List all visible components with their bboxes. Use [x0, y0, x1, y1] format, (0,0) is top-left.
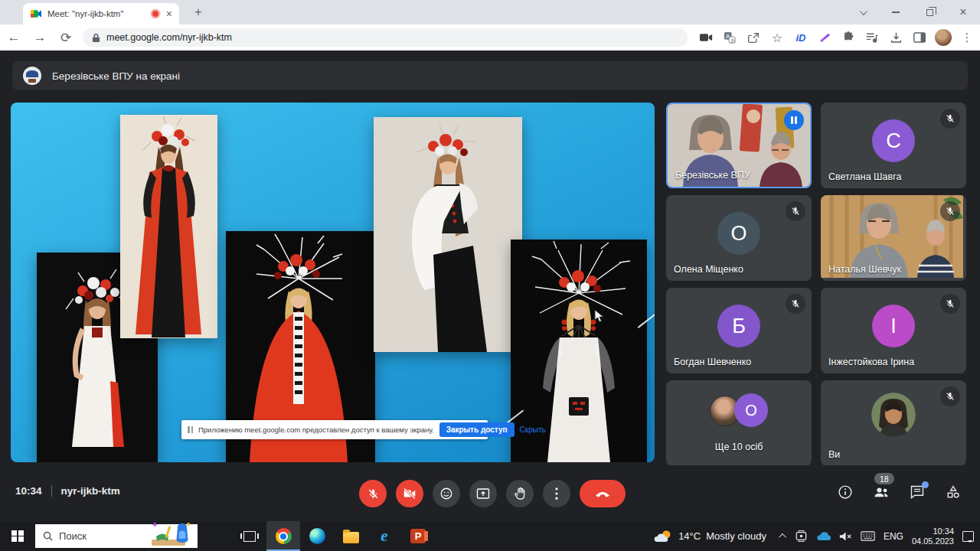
mic-muted-icon — [786, 201, 805, 221]
presentation-photo-4 — [374, 117, 522, 352]
forward-button[interactable]: → — [32, 30, 47, 45]
mic-muted-icon — [940, 386, 960, 406]
side-panel-icon[interactable] — [911, 29, 928, 46]
participant-name: Олена Міщенко — [674, 264, 743, 275]
present-screen-button[interactable] — [469, 480, 497, 507]
close-window-button[interactable]: × — [946, 0, 980, 24]
extension-id-icon[interactable]: iD — [792, 29, 809, 46]
participant-tile-svetlana[interactable]: С Светлана Шавга — [821, 103, 966, 188]
tab-close-icon[interactable]: × — [166, 8, 172, 19]
taskbar-weather-widget[interactable]: 14°C Mostly cloudy — [653, 529, 766, 544]
profile-avatar[interactable] — [935, 29, 952, 46]
tab-search-icon[interactable] — [845, 0, 879, 24]
bookmark-star-icon[interactable]: ☆ — [769, 29, 786, 46]
url-text: meet.google.com/nyr-ijkb-ktm — [106, 32, 232, 43]
translate-icon[interactable]: Aあ — [721, 29, 738, 46]
restore-button[interactable] — [913, 0, 946, 24]
mic-muted-icon — [940, 109, 960, 129]
mic-muted-icon — [786, 294, 805, 314]
weather-temp: 14°C — [678, 530, 701, 542]
taskbar-powerpoint-icon[interactable]: P — [401, 521, 435, 551]
action-center-icon[interactable] — [962, 531, 974, 542]
meet-favicon — [30, 8, 42, 20]
search-icon — [43, 531, 53, 541]
reactions-button[interactable] — [433, 480, 460, 507]
presenter-logo-avatar — [23, 67, 41, 85]
mic-toggle-button[interactable] — [359, 480, 387, 507]
onedrive-icon[interactable] — [816, 531, 831, 541]
stop-sharing-button[interactable]: Закрыть доступ — [439, 422, 514, 437]
touch-keyboard-icon[interactable] — [861, 531, 875, 541]
taskbar-clock[interactable]: 10:34 04.05.2023 — [912, 527, 954, 546]
start-button[interactable] — [0, 521, 35, 551]
divider — [51, 485, 52, 497]
presenting-banner: Березівське ВПУ на екрані — [12, 61, 968, 90]
participant-tile-self[interactable]: Ви — [821, 380, 966, 466]
weather-condition: Mostly cloudy — [706, 530, 766, 542]
chat-notification-dot — [922, 481, 929, 488]
share-icon[interactable] — [745, 29, 762, 46]
back-button[interactable]: ← — [6, 30, 21, 45]
screen-share-notice: Приложению meet.google.com предоставлен … — [181, 420, 488, 439]
screen-record-tray-icon[interactable] — [795, 530, 808, 542]
taskbar-file-explorer-icon[interactable] — [334, 521, 368, 551]
participant-tile-natalya[interactable]: Наталья Шевчук — [821, 195, 966, 281]
hide-notice-link[interactable]: Скрыть — [520, 425, 546, 434]
presenting-audio-indicator — [784, 110, 804, 130]
tray-overflow-chevron-icon[interactable] — [779, 533, 786, 541]
chat-panel-icon[interactable] — [909, 484, 926, 500]
svg-text:あ: あ — [730, 37, 736, 44]
clock-date: 04.05.2023 — [912, 536, 954, 546]
self-avatar — [871, 393, 916, 437]
participant-name: Светлана Шавга — [828, 171, 901, 182]
meeting-details-info-icon[interactable] — [837, 484, 854, 500]
overflow-avatars: О — [710, 396, 768, 427]
presenting-banner-text: Березівське ВПУ на екрані — [52, 70, 180, 82]
participant-name: Богдан Шевченко — [674, 357, 751, 367]
participant-name: Ви — [828, 449, 840, 460]
activities-icon[interactable] — [945, 484, 962, 500]
task-view-button[interactable] — [233, 521, 266, 551]
taskbar-edge-icon[interactable] — [300, 521, 334, 551]
end-call-button[interactable] — [580, 480, 626, 507]
participant-name: Ще 10 осіб — [666, 442, 812, 452]
tab-camera-indicator-icon[interactable] — [697, 29, 714, 46]
playlist-icon[interactable] — [864, 29, 880, 46]
extensions-puzzle-icon[interactable] — [840, 29, 857, 46]
camera-toggle-button[interactable] — [396, 480, 423, 507]
participant-tile-olena[interactable]: О Олена Міщенко — [666, 195, 812, 281]
address-bar[interactable]: meet.google.com/nyr-ijkb-ktm — [83, 28, 688, 47]
shared-screen-stage: Приложению meet.google.com предоставлен … — [11, 103, 655, 462]
taskbar-chrome-icon[interactable] — [266, 521, 300, 551]
participant-tile-bogdan[interactable]: Б Богдан Шевченко — [666, 288, 812, 373]
downloads-icon[interactable] — [887, 29, 904, 46]
new-tab-button[interactable]: + — [190, 4, 207, 21]
minimize-button[interactable] — [879, 0, 913, 24]
windows-logo-icon — [11, 530, 24, 543]
share-notice-text: Приложению meet.google.com предоставлен … — [198, 425, 434, 434]
browser-menu-kebab-icon[interactable]: ⋮ — [959, 29, 975, 46]
participant-name: Березівське ВПУ — [675, 170, 750, 181]
participants-panel-icon[interactable]: 18 — [873, 484, 890, 500]
windows-taskbar: Поиск e P 14°C Mostly cloudy ENG — [0, 521, 980, 551]
language-indicator[interactable]: ENG — [884, 531, 903, 542]
volume-muted-icon[interactable] — [839, 531, 852, 542]
more-options-button[interactable] — [543, 480, 570, 507]
mouse-cursor — [594, 309, 605, 323]
participant-count-badge: 18 — [874, 473, 894, 484]
taskbar-search-input[interactable]: Поиск — [35, 524, 198, 548]
participant-tile-overflow[interactable]: О Ще 10 осіб — [666, 380, 812, 466]
clock-time: 10:34 — [912, 527, 954, 536]
participant-tile-berezivske[interactable]: Березівське ВПУ — [666, 103, 812, 188]
weather-icon — [653, 529, 673, 544]
participant-avatar: І — [872, 305, 915, 347]
taskbar-internet-explorer-icon[interactable]: e — [368, 521, 401, 551]
raise-hand-button[interactable] — [506, 480, 534, 507]
reload-button[interactable]: ⟳ — [58, 30, 74, 46]
browser-tab[interactable]: Meet: "nyr-ijkb-ktm" × — [23, 3, 179, 24]
participant-tile-inzhestoikova[interactable]: І Інжестойкова Ірина — [821, 288, 966, 373]
mic-muted-icon — [940, 294, 960, 314]
tab-recording-indicator — [152, 11, 158, 17]
meeting-time: 10:34 — [15, 485, 42, 497]
extension-pen-icon[interactable] — [816, 29, 833, 46]
